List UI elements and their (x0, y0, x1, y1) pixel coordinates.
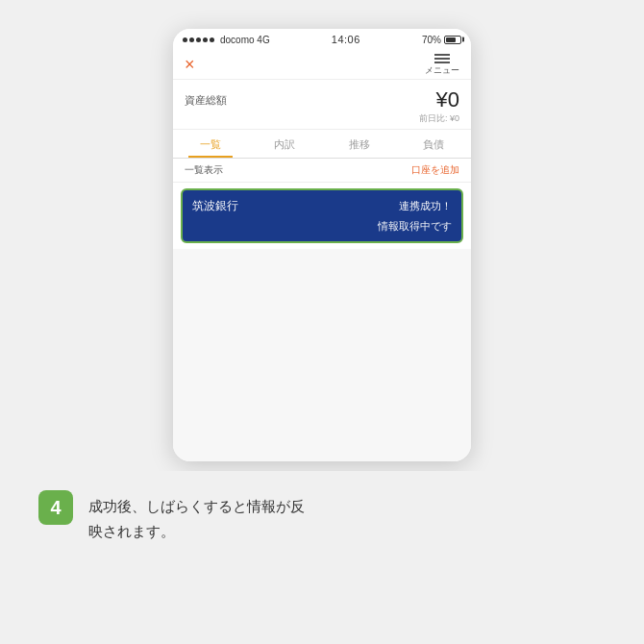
menu-label: メニュー (425, 64, 459, 77)
asset-amount: ¥0 (436, 87, 459, 112)
close-button[interactable]: × (185, 56, 195, 73)
tab-fusai[interactable]: 負債 (397, 130, 472, 158)
time-label: 14:06 (332, 34, 360, 45)
bank-status: 連携成功！ (399, 199, 452, 213)
phone-frame: docomo 4G 14:06 70% × メニュー 資産総額 (173, 29, 471, 461)
bank-name: 筑波銀行 (192, 198, 238, 214)
menu-area[interactable]: メニュー (425, 54, 459, 77)
content-area (173, 249, 471, 461)
tabs: 一覧 内訳 推移 負債 (173, 130, 471, 159)
app-header: × メニュー (173, 48, 471, 80)
step-badge: 4 (38, 490, 73, 525)
signal-icon (183, 37, 214, 42)
tab-uchiake[interactable]: 内訳 (248, 130, 323, 158)
battery-fill (446, 37, 456, 42)
battery-icon (444, 36, 461, 44)
status-bar: docomo 4G 14:06 70% (173, 29, 471, 48)
bank-item-row2: 情報取得中です (192, 216, 452, 234)
instruction-area: 4 成功後、しばらくすると情報が反 映されます。 (0, 471, 644, 606)
asset-row: 資産総額 ¥0 (185, 87, 459, 112)
instruction-line2: 映されます。 (88, 523, 175, 539)
sub-header-label: 一覧表示 (185, 163, 223, 177)
carrier-label: docomo 4G (220, 35, 270, 45)
asset-prev: 前日比: ¥0 (185, 112, 459, 125)
hamburger-icon (434, 54, 450, 63)
bank-item-row1: 筑波銀行 連携成功！ (192, 198, 452, 214)
instruction-text: 成功後、しばらくすると情報が反 映されます。 (88, 490, 305, 543)
tab-ichiran[interactable]: 一覧 (173, 130, 248, 158)
tab-suii[interactable]: 推移 (322, 130, 397, 158)
bank-item[interactable]: 筑波銀行 連携成功！ 情報取得中です (181, 188, 463, 243)
status-left: docomo 4G (183, 35, 270, 45)
battery-percent: 70% (422, 35, 441, 45)
bank-fetching-label: 情報取得中です (378, 220, 452, 232)
asset-section: 資産総額 ¥0 前日比: ¥0 (173, 80, 471, 130)
instruction-line1: 成功後、しばらくすると情報が反 (88, 498, 305, 514)
sub-header: 一覧表示 口座を追加 (173, 159, 471, 183)
phone-wrapper: docomo 4G 14:06 70% × メニュー 資産総額 (0, 0, 644, 471)
add-account-button[interactable]: 口座を追加 (411, 163, 459, 177)
bank-list: 筑波銀行 連携成功！ 情報取得中です (173, 183, 471, 249)
status-right: 70% (422, 35, 461, 45)
asset-label: 資産総額 (185, 93, 227, 108)
